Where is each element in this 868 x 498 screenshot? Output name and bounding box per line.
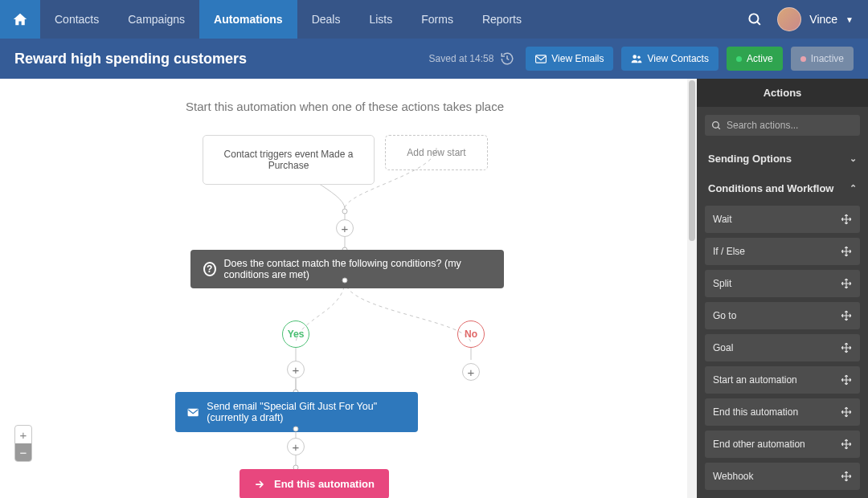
action-end-this-automation[interactable]: End this automation [705, 398, 860, 426]
add-node-button[interactable]: + [462, 363, 480, 381]
action-label: End other automation [713, 439, 805, 450]
move-icon [841, 310, 852, 321]
condition-node[interactable]: ? Does the contact match the following c… [190, 250, 504, 288]
trigger-node[interactable]: Contact triggers event Made a Purchase [203, 135, 375, 185]
action-label: Split [713, 278, 731, 289]
add-start-node[interactable]: Add new start [385, 135, 488, 170]
status-inactive-button[interactable]: Inactive [791, 47, 854, 71]
view-emails-label: View Emails [551, 53, 604, 64]
section-conditions-workflow[interactable]: Conditions and Workflow ⌃ [697, 173, 868, 203]
home-button[interactable] [0, 0, 40, 39]
nav-deals[interactable]: Deals [297, 0, 355, 39]
mail-icon [535, 55, 547, 63]
status-active: Active [727, 47, 783, 71]
svg-point-3 [633, 55, 637, 59]
svg-line-1 [757, 21, 760, 24]
search-icon [711, 120, 722, 131]
email-action-label: Send email "Special Gift Just For You" (… [207, 401, 406, 423]
actions-search[interactable] [705, 115, 860, 136]
actions-search-input[interactable] [727, 120, 854, 131]
no-branch[interactable]: No [457, 320, 485, 348]
section-label: Sending Options [708, 153, 792, 165]
action-goal[interactable]: Goal [705, 334, 860, 361]
action-if-else[interactable]: If / Else [705, 238, 860, 265]
canvas-scrollbar[interactable] [687, 79, 697, 498]
zoom-controls: + − [14, 425, 32, 462]
nav-campaigns[interactable]: Campaigns [113, 0, 199, 39]
connector-dot [342, 278, 348, 284]
view-emails-button[interactable]: View Emails [526, 47, 613, 71]
end-label: End this automation [274, 478, 375, 490]
action-label: If / Else [713, 246, 745, 257]
mail-icon [187, 407, 199, 418]
move-icon [841, 374, 852, 386]
conditions-action-list: Wait If / Else Split Go to Goal Start an… [697, 203, 868, 496]
add-node-button[interactable]: + [287, 361, 305, 378]
zoom-in-button[interactable]: + [15, 426, 31, 443]
svg-rect-5 [188, 408, 199, 416]
action-webhook[interactable]: Webhook [705, 463, 860, 490]
connector-dot [293, 427, 299, 432]
scrollbar-thumb[interactable] [689, 80, 695, 241]
saved-status: Saved at 14:58 [429, 51, 515, 66]
svg-line-7 [718, 127, 720, 129]
home-icon [12, 12, 28, 27]
section-label: Conditions and Workflow [708, 182, 833, 194]
action-label: Goal [713, 342, 733, 353]
action-end-other-automation[interactable]: End other automation [705, 431, 860, 458]
active-label: Active [747, 53, 773, 64]
chevron-down-icon: ▼ [845, 15, 854, 24]
user-menu[interactable]: Vince ▼ [777, 7, 854, 31]
saved-text: Saved at 14:58 [429, 53, 494, 64]
move-icon [841, 406, 852, 418]
inactive-dot-icon [800, 56, 806, 62]
move-icon [841, 278, 852, 289]
zoom-out-button[interactable]: − [15, 443, 31, 461]
automation-canvas[interactable]: Start this automation when one of these … [0, 79, 697, 498]
action-label: Wait [713, 214, 732, 225]
action-label: End this automation [713, 406, 798, 418]
action-go-to[interactable]: Go to [705, 302, 860, 329]
add-node-button[interactable]: + [287, 438, 305, 455]
move-icon [841, 342, 852, 353]
nav-reports[interactable]: Reports [468, 0, 536, 39]
section-sending-options[interactable]: Sending Options ⌄ [697, 144, 868, 173]
global-search-button[interactable] [747, 12, 763, 27]
sidebar-title: Actions [697, 79, 868, 107]
action-split[interactable]: Split [705, 270, 860, 297]
active-dot-icon [736, 56, 742, 62]
page-title: Reward high spending customers [14, 51, 418, 67]
nav-forms[interactable]: Forms [407, 0, 468, 39]
move-icon [841, 214, 852, 225]
main-nav: Contacts Campaigns Automations Deals Lis… [40, 0, 747, 39]
action-wait[interactable]: Wait [705, 206, 860, 233]
history-icon[interactable] [500, 51, 514, 66]
nav-lists[interactable]: Lists [354, 0, 407, 39]
chevron-down-icon: ⌄ [850, 153, 857, 164]
svg-point-4 [638, 56, 641, 59]
nav-contacts[interactable]: Contacts [40, 0, 113, 39]
workspace: Start this automation when one of these … [0, 79, 868, 498]
move-icon [841, 471, 852, 482]
add-node-button[interactable]: + [336, 219, 354, 237]
topbar: Contacts Campaigns Automations Deals Lis… [0, 0, 868, 39]
svg-point-6 [713, 121, 719, 128]
actions-sidebar: Actions Sending Options ⌄ Conditions and… [697, 79, 868, 498]
question-icon: ? [203, 262, 216, 276]
view-contacts-label: View Contacts [647, 53, 708, 64]
nav-right: Vince ▼ [747, 0, 868, 39]
user-name: Vince [809, 13, 837, 26]
view-contacts-button[interactable]: View Contacts [621, 47, 718, 71]
action-label: Webhook [713, 471, 753, 482]
end-automation-node[interactable]: End this automation [240, 469, 389, 498]
action-start-automation[interactable]: Start an automation [705, 366, 860, 394]
yes-branch[interactable]: Yes [282, 320, 309, 348]
sub-header: Reward high spending customers Saved at … [0, 39, 868, 79]
search-icon [747, 12, 763, 27]
connector-dot [342, 209, 348, 214]
avatar [777, 7, 801, 31]
action-label: Go to [713, 310, 736, 321]
nav-automations[interactable]: Automations [199, 0, 297, 39]
toolbar-buttons: View Emails View Contacts Active Inactiv… [526, 47, 854, 71]
svg-rect-2 [536, 55, 547, 62]
